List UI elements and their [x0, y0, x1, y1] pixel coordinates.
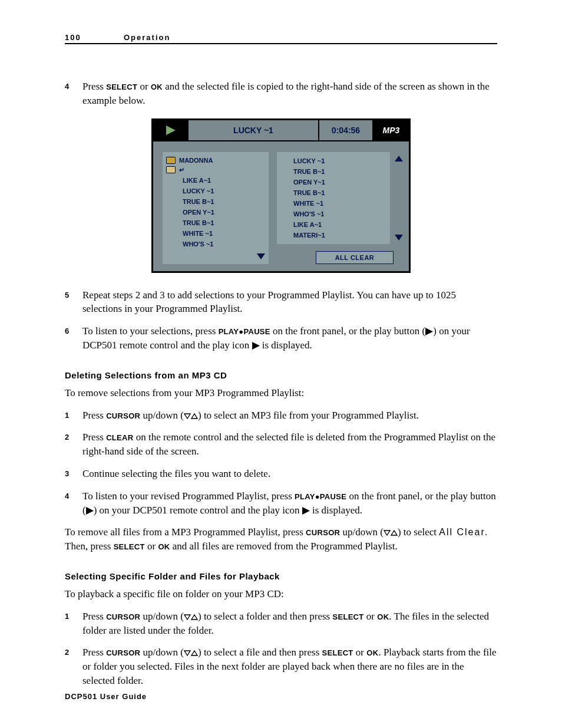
list-item: OPEN Y~1 — [280, 177, 386, 187]
section-name: Operation — [124, 33, 170, 42]
folder-name: MADONNA — [179, 157, 213, 164]
page-number: 100 — [65, 33, 124, 42]
step-num: 5 — [65, 288, 82, 317]
back-arrow: ↵ — [179, 166, 184, 174]
selecting-intro: To playback a specific file on folder on… — [65, 587, 497, 601]
deleting-heading: Deleting Selections from an MP3 CD — [65, 370, 497, 380]
elapsed-time: 0:04:56 — [319, 120, 373, 140]
step-num: 1 — [65, 409, 82, 423]
step-body: Press SELECT or OK and the selected file… — [82, 80, 497, 108]
step-body: To listen to your selections, press PLAY… — [82, 324, 497, 353]
all-clear-button: ALL CLEAR — [316, 251, 394, 264]
scroll-down-icon — [257, 251, 265, 262]
step-body: Press CURSOR up/down () to select a file… — [82, 645, 497, 687]
folder-row: MADONNA — [166, 156, 265, 165]
step-6: 6 To listen to your selections, press PL… — [65, 324, 497, 353]
step-4: 4 Press SELECT or OK and the selected fi… — [65, 80, 497, 108]
list-item: LIKE A~1 — [166, 175, 265, 186]
step-num: 4 — [65, 80, 82, 108]
step-num: 2 — [65, 645, 82, 687]
screenshot-illustration: LUCKY ~1 0:04:56 MP3 MADONNA ↵ LIKE A~1L… — [65, 118, 497, 273]
list-item: TRUE B~1 — [280, 187, 386, 198]
deleting-intro: To remove selections from your MP3 Progr… — [65, 386, 497, 400]
del-step-3: 3 Continue selecting the files you want … — [65, 467, 497, 481]
updown-icon — [184, 614, 198, 621]
play-icon — [153, 120, 189, 140]
step-body: Press CLEAR on the remote control and th… — [82, 430, 497, 459]
folder-open-icon — [166, 166, 176, 173]
step-body: Repeat steps 2 and 3 to add selections t… — [82, 288, 497, 317]
mp3-badge: MP3 — [373, 120, 409, 140]
step-num: 1 — [65, 610, 82, 638]
list-item: LUCKY ~1 — [166, 186, 265, 196]
list-item: MATERI~1 — [280, 230, 386, 241]
list-item: WHO'S ~1 — [280, 209, 386, 219]
list-item: TRUE B~1 — [166, 196, 265, 207]
del-step-1: 1 Press CURSOR up/down () to select an M… — [65, 409, 497, 423]
selecting-heading: Selecting Specific Folder and Files for … — [65, 571, 497, 581]
step-body: Press CURSOR up/down () to select a fold… — [82, 610, 497, 638]
back-row: ↵ — [166, 165, 265, 175]
now-playing-title: LUCKY ~1 — [189, 120, 319, 140]
sel-step-1: 1 Press CURSOR up/down () to select a fo… — [65, 610, 497, 638]
list-item: LIKE A~1 — [280, 219, 386, 230]
scroll-up-icon — [395, 153, 403, 164]
step-num: 4 — [65, 489, 82, 518]
step-body: To listen to your revised Programmed Pla… — [82, 489, 497, 518]
left-pane: MADONNA ↵ LIKE A~1LUCKY ~1TRUE B~1OPEN Y… — [163, 152, 269, 264]
updown-icon — [184, 650, 198, 657]
list-item: WHO'S ~1 — [166, 239, 265, 249]
list-item: LUCKY ~1 — [280, 156, 386, 166]
folder-icon — [166, 157, 176, 164]
updown-icon — [184, 413, 198, 420]
list-item: WHITE ~1 — [166, 228, 265, 239]
step-body: Continue selecting the files you want to… — [82, 467, 497, 481]
scroll-down-icon — [395, 232, 403, 243]
deleting-allclear: To remove all files from a MP3 Programme… — [65, 525, 497, 554]
del-step-4: 4 To listen to your revised Programmed P… — [65, 489, 497, 518]
step-num: 6 — [65, 324, 82, 353]
list-item: TRUE B~1 — [280, 166, 386, 177]
sel-step-2: 2 Press CURSOR up/down () to select a fi… — [65, 645, 497, 687]
step-body: Press CURSOR up/down () to select an MP3… — [82, 409, 497, 423]
list-item: OPEN Y~1 — [166, 207, 265, 218]
footer: DCP501 User Guide — [65, 692, 147, 701]
list-item: WHITE ~1 — [280, 198, 386, 209]
step-num: 2 — [65, 430, 82, 459]
del-step-2: 2 Press CLEAR on the remote control and … — [65, 430, 497, 459]
right-pane: LUCKY ~1TRUE B~1OPEN Y~1TRUE B~1WHITE ~1… — [277, 152, 404, 264]
updown-icon — [384, 529, 398, 536]
list-item: TRUE B~1 — [166, 218, 265, 228]
step-5: 5 Repeat steps 2 and 3 to add selections… — [65, 288, 497, 317]
step-num: 3 — [65, 467, 82, 481]
page-header: 100 Operation — [65, 33, 497, 44]
